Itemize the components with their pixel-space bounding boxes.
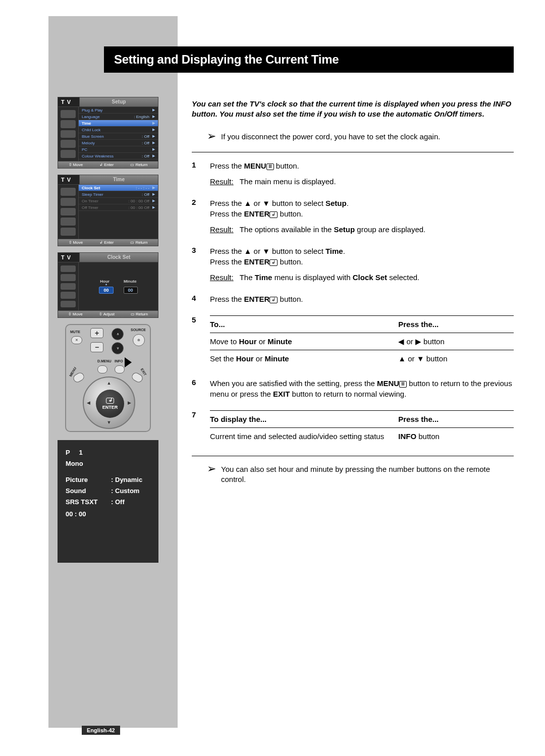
step-5-col-press: Press the... (398, 315, 514, 333)
step-6-text: When you are satisfied with the setting,… (210, 378, 514, 399)
osd-tab-icon (61, 301, 76, 307)
minute-label: Minute (124, 279, 137, 284)
volume-up-icon: + (90, 328, 103, 338)
osd-setup-rows: Plug & Play▶Language: English▶Time▶Child… (79, 107, 158, 161)
enter-icon: ↲ (269, 211, 278, 218)
result-label: Result (210, 225, 232, 234)
minute-value: 00 (124, 287, 138, 294)
osd-row: On Timer: 00 : 00 Off▶ (79, 198, 158, 204)
info-sound-val: Custom (115, 485, 150, 497)
hour-value: 00 (99, 287, 113, 294)
osd-tab-icon (61, 198, 76, 206)
osd-row: Melody: Off▶ (79, 140, 158, 146)
info-button-icon (115, 365, 125, 373)
note-text: If you disconnect the power cord, you ha… (221, 132, 514, 142)
page-number: English-42 (82, 726, 120, 735)
step-3-result: The Time menu is displayed with Clock Se… (240, 272, 420, 283)
result-label: Result (210, 177, 232, 186)
step-2-result: The options available in the Setup group… (240, 224, 426, 235)
step-2: 2 Press the ▲ or ▼ button to select Setu… (192, 198, 514, 235)
footer-enter: Enter (104, 240, 114, 245)
step-5-row-set-btn: ▲ or ▼ button (398, 350, 514, 367)
step-7-row-val: INFO button (398, 427, 514, 445)
remote-illustration: MUTE ✕ + − ∧ ∨ SOURCE ⊕ D.MENU INFO MENU… (65, 324, 151, 432)
osd-tab-icon (61, 140, 76, 148)
step-5: 5 To... Press the... Move to Hour or Min… (192, 315, 514, 367)
divider (192, 152, 514, 152)
osd-tab-icon (61, 188, 76, 196)
info-mono: Mono (66, 458, 150, 469)
osd-setup-figure: T V Setup Plug & Play▶Language: English▶… (58, 97, 158, 169)
footer-enter: Enter (104, 163, 114, 167)
enter-label: ENTER (102, 405, 118, 410)
source-label: SOURCE (131, 328, 146, 332)
info-picture-key: Picture (66, 474, 111, 485)
osd-tab-icon (61, 208, 76, 216)
osd-tv-label: T V (58, 97, 79, 106)
osd-row: PC▶ (79, 146, 158, 153)
menu-icon: Ⅲ (399, 381, 407, 388)
channel-up-icon: ∧ (112, 328, 124, 340)
osd-row: Blue Screen: Off▶ (79, 133, 158, 140)
note-arrow-icon: ➢ (207, 131, 216, 142)
osd-setup-title: Setup (79, 97, 158, 106)
result-label: Result (210, 273, 232, 282)
volume-down-icon: − (90, 342, 103, 352)
osd-tab-icon (61, 110, 76, 118)
info-sound-key: Sound (66, 485, 111, 497)
navigation-wheel: ▲ ▼ ◀ ▶ ENTER (83, 376, 135, 429)
osd-tab-icon (61, 228, 76, 236)
osd-time-rows: Clock Set: - - : - -▶Sleep Timer: Off▶On… (79, 185, 158, 239)
footer-move: Move (73, 240, 83, 245)
osd-tab-icon (61, 265, 76, 272)
source-button-icon: ⊕ (133, 334, 145, 346)
osd-row: Sleep Timer: Off▶ (79, 191, 158, 198)
final-note: ➢ You can also set hour and minute by pr… (207, 464, 514, 485)
info-srs-key: SRS TSXT (66, 497, 111, 508)
osd-time-footer: ⇳Move ↲Enter ▭Return (58, 239, 158, 246)
osd-tab-icon (61, 218, 76, 226)
osd-setup-footer: ⇳Move ↲Enter ▭Return (58, 161, 158, 169)
step-7: 7 To display the... Press the... Current… (192, 410, 514, 445)
step-5-row-move-btn: ◀ or ▶ button (398, 333, 514, 350)
osd-time-title: Time (79, 175, 158, 184)
footer-return: Return (135, 163, 147, 167)
step-7-col-press: Press the... (398, 410, 514, 427)
enter-icon: ↲ (269, 259, 278, 266)
osd-tv-label: T V (58, 253, 79, 262)
step-7-table: To display the... Press the... Current t… (210, 410, 514, 445)
osd-row: Plug & Play▶ (79, 107, 158, 114)
mute-button-icon: ✕ (71, 336, 82, 344)
enter-icon (106, 398, 114, 404)
osd-row: Time▶ (79, 120, 158, 127)
osd-row: Language: English▶ (79, 114, 158, 120)
step-5-row-move: Move to Hour or Minute (210, 333, 398, 350)
enter-icon: ↲ (269, 297, 278, 303)
figure-sidebar: T V Setup Plug & Play▶Language: English▶… (48, 16, 178, 728)
page-title: Setting and Displaying the Current Time (114, 52, 504, 67)
footer-return: Return (135, 240, 147, 245)
step-7-col-display: To display the... (210, 410, 398, 427)
osd-row: Off Timer: 00 : 00 Off▶ (79, 204, 158, 211)
final-note-text: You can also set hour and minute by pres… (221, 464, 514, 485)
channel-down-icon: ∨ (112, 342, 124, 354)
note-arrow-icon: ➢ (207, 463, 216, 485)
osd-tab-icon (61, 274, 76, 281)
step-1-result: The main menu is displayed. (240, 176, 336, 187)
footer-move: Move (73, 163, 83, 167)
info-callout-arrow (125, 357, 132, 367)
info-time: 00 : 00 (66, 509, 150, 520)
step-7-row-key: Current time and selected audio/video se… (210, 427, 398, 445)
osd-tab-icon (61, 292, 76, 298)
step-5-table: To... Press the... Move to Hour or Minut… (210, 315, 514, 367)
osd-tab-icon (61, 283, 76, 290)
footer-return: Return (136, 312, 148, 316)
osd-time-figure: T V Time Clock Set: - - : - -▶Sleep Time… (58, 175, 158, 246)
osd-clock-set-figure: T V Clock Set Hour Minute (58, 252, 158, 318)
info-label: INFO (115, 359, 123, 363)
osd-tab-icon (61, 130, 76, 138)
info-picture-val: Dynamic (115, 474, 150, 485)
menu-icon: Ⅲ (266, 164, 274, 170)
osd-tv-label: T V (58, 175, 79, 184)
info-panel-figure: P 1 Mono Picture : Dynamic Sound : Custo… (58, 440, 158, 563)
